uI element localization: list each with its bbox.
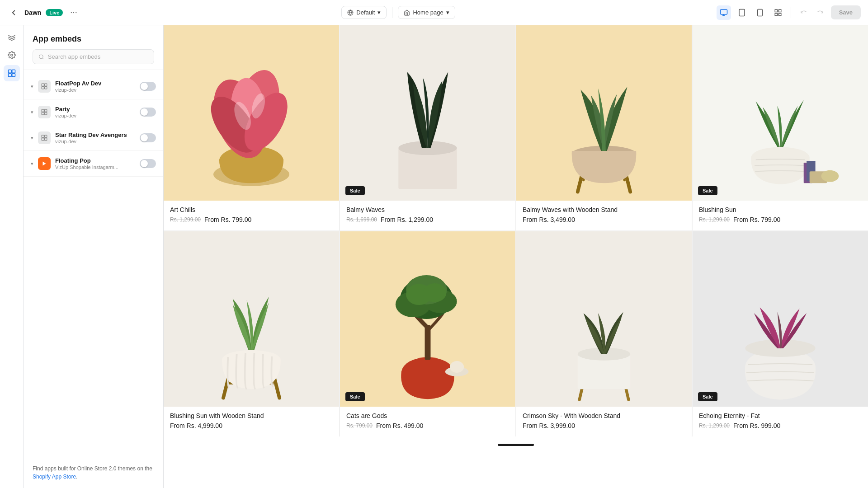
topbar-center: Default ▾ Home page ▾ xyxy=(85,6,711,19)
svg-rect-19 xyxy=(12,74,15,77)
svg-rect-18 xyxy=(8,74,11,77)
embed-name-floatpop-av: FloatPop Av Dev xyxy=(55,80,135,87)
price-original-cats-are-gods: Rs. 799.00 xyxy=(346,422,373,429)
product-price-cats-are-gods: Rs. 799.00 From Rs. 499.00 xyxy=(346,422,509,429)
svg-rect-12 xyxy=(778,9,781,12)
svg-rect-32 xyxy=(45,138,47,141)
sale-badge-blushing-sun: Sale xyxy=(698,186,717,195)
product-card-crimson-sky[interactable]: Crimson Sky - With Wooden Stand From Rs.… xyxy=(516,231,692,436)
embed-header-party[interactable]: ▾ Party vizup-dev xyxy=(24,99,163,125)
topbar-left: Dawn Live xyxy=(7,6,80,19)
product-card-balmy-waves[interactable]: Sale Balmy Waves Rs. 1,699.00 From Rs. 1… xyxy=(340,25,515,230)
search-input[interactable] xyxy=(48,53,148,60)
price-sale-balmy-waves: From Rs. 1,299.00 xyxy=(381,216,433,223)
icon-rail xyxy=(0,25,24,488)
embed-header-floatpop-av[interactable]: ▾ FloatPop Av Dev vizup-dev xyxy=(24,74,163,99)
theme-label: Default xyxy=(356,9,375,16)
page-label: Home page xyxy=(413,9,443,16)
product-price-blushing-sun: Rs. 1,299.00 From Rs. 799.00 xyxy=(699,216,862,223)
more-button[interactable] xyxy=(67,6,80,19)
product-info-art-chills: Art Chills Rs. 1,299.00 From Rs. 799.00 xyxy=(164,201,339,230)
product-card-balmy-waves-stand[interactable]: Balmy Waves with Wooden Stand From Rs. 3… xyxy=(516,25,692,230)
product-image-art-chills xyxy=(164,25,339,201)
rail-settings-button[interactable] xyxy=(4,47,20,63)
embed-dev-floatpop-av: vizup-dev xyxy=(55,87,135,93)
embed-header-star-rating[interactable]: ▾ Star Rating Dev Avengers vizup-dev xyxy=(24,125,163,150)
page-dropdown[interactable]: Home page ▾ xyxy=(398,6,455,19)
svg-rect-11 xyxy=(775,9,777,12)
footer-text: Find apps built for Online Store 2.0 the… xyxy=(33,465,152,472)
svg-point-65 xyxy=(450,361,464,373)
sidebar: App embeds ▾ FloatPop Av Dev vizup-dev xyxy=(24,25,164,488)
theme-dropdown[interactable]: Default ▾ xyxy=(341,6,387,19)
price-original-art-chills: Rs. 1,299.00 xyxy=(170,216,201,223)
embed-toggle-floatpop-av[interactable] xyxy=(140,82,156,91)
embed-header-floating-pop[interactable]: ▾ Floating Pop VizUp Shopable Instagarm.… xyxy=(24,151,163,176)
svg-point-53 xyxy=(821,170,839,182)
undo-button[interactable] xyxy=(797,5,811,20)
main-content: App embeds ▾ FloatPop Av Dev vizup-dev xyxy=(0,25,868,488)
embed-toggle-floating-pop[interactable] xyxy=(140,159,156,168)
sections-view-button[interactable] xyxy=(771,5,785,20)
embed-icon-party xyxy=(38,106,51,118)
product-name-blushing-sun: Blushing Sun xyxy=(699,206,862,213)
topbar-divider-2 xyxy=(791,7,791,18)
embed-icon-floatpop-av xyxy=(38,80,51,93)
svg-rect-22 xyxy=(45,84,47,86)
embed-toggle-party[interactable] xyxy=(140,108,156,117)
product-card-echoing-eternity[interactable]: Sale Echoing Eternity - Fat Rs. 1,299.00… xyxy=(693,231,868,436)
shopify-app-store-link[interactable]: Shopify App Store xyxy=(33,474,76,480)
product-card-blushing-sun-stand[interactable]: Blushing Sun with Wooden Stand From Rs. … xyxy=(164,231,339,436)
svg-rect-14 xyxy=(778,13,781,15)
embed-dev-floating-pop: VizUp Shopable Instagarm... xyxy=(55,164,135,170)
rail-layers-button[interactable] xyxy=(4,29,20,45)
embed-dev-star-rating: vizup-dev xyxy=(55,139,135,144)
product-card-cats-are-gods[interactable]: Sale Cats are Gods Rs. 799.00 From Rs. 4… xyxy=(340,231,515,436)
product-name-cats-are-gods: Cats are Gods xyxy=(346,412,509,419)
svg-rect-24 xyxy=(45,87,47,89)
price-regular-blushing-sun-stand: From Rs. 4,999.00 xyxy=(170,422,222,429)
redo-button[interactable] xyxy=(813,5,827,20)
product-name-crimson-sky: Crimson Sky - With Wooden Stand xyxy=(523,412,685,419)
svg-rect-27 xyxy=(42,113,44,115)
product-card-art-chills[interactable]: Art Chills Rs. 1,299.00 From Rs. 799.00 xyxy=(164,25,339,230)
product-price-balmy-waves-stand: From Rs. 3,499.00 xyxy=(523,216,685,223)
product-card-blushing-sun[interactable]: Sale Blushing Sun Rs. 1,299.00 From Rs. … xyxy=(693,25,868,230)
theme-chevron: ▾ xyxy=(377,9,381,16)
product-image-balmy-waves: Sale xyxy=(340,25,515,201)
product-price-blushing-sun-stand: From Rs. 4,999.00 xyxy=(170,422,333,429)
save-button[interactable]: Save xyxy=(831,5,861,19)
embed-toggle-star-rating[interactable] xyxy=(140,133,156,142)
product-image-blushing-sun: Sale xyxy=(693,25,868,201)
price-sale-echoing-eternity: From Rs. 999.00 xyxy=(733,422,780,429)
rail-apps-button[interactable] xyxy=(4,65,20,81)
live-badge: Live xyxy=(46,9,63,16)
chevron-icon: ▾ xyxy=(31,135,33,141)
preview-content: Art Chills Rs. 1,299.00 From Rs. 799.00 xyxy=(164,25,868,488)
tablet-view-button[interactable] xyxy=(735,5,749,20)
topbar-right: Save xyxy=(717,5,861,20)
topbar: Dawn Live Default ▾ Home page ▾ xyxy=(0,0,868,25)
chevron-icon: ▾ xyxy=(31,109,33,115)
sidebar-footer: Find apps built for Online Store 2.0 the… xyxy=(24,457,163,488)
embed-name-party: Party xyxy=(55,106,135,113)
product-image-echoing-eternity: Sale xyxy=(693,231,868,407)
product-name-art-chills: Art Chills xyxy=(170,206,333,213)
product-name-balmy-waves: Balmy Waves xyxy=(346,206,509,213)
svg-point-0 xyxy=(71,12,72,13)
desktop-view-button[interactable] xyxy=(717,5,731,20)
svg-point-2 xyxy=(75,12,76,13)
sidebar-header: App embeds xyxy=(24,25,163,70)
svg-rect-31 xyxy=(42,138,44,141)
mobile-view-button[interactable] xyxy=(753,5,767,20)
scroll-indicator-area xyxy=(164,436,868,453)
product-image-crimson-sky xyxy=(516,231,692,407)
svg-point-15 xyxy=(10,54,13,56)
store-name: Dawn xyxy=(24,9,41,16)
back-button[interactable] xyxy=(7,6,20,19)
product-image-balmy-waves-stand xyxy=(516,25,692,201)
svg-rect-29 xyxy=(42,135,44,137)
sidebar-title: App embeds xyxy=(33,34,154,44)
svg-point-63 xyxy=(423,283,447,302)
search-box xyxy=(33,49,154,64)
